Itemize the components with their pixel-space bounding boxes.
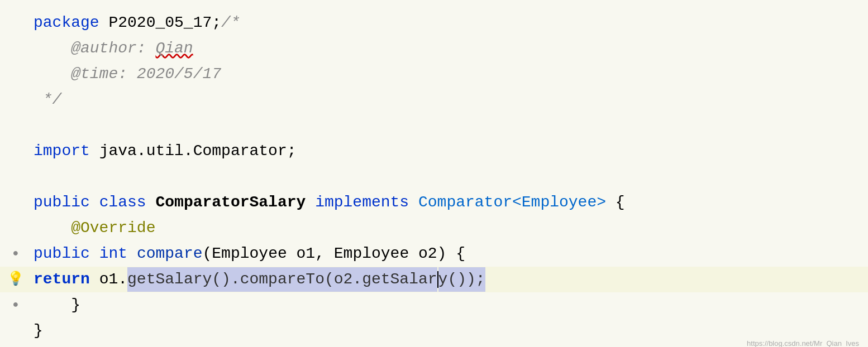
employee-type-1: Employee bbox=[212, 242, 287, 266]
code-line-13: } bbox=[0, 318, 868, 344]
comment-time: @time: 2020/5/17 bbox=[34, 62, 221, 86]
get-salary-end: y bbox=[438, 267, 448, 291]
code-line-10: ● public int compare(Employee o1, Employ… bbox=[0, 241, 868, 267]
paren-open: ( bbox=[203, 242, 212, 266]
code-editor: package P2020_05_17;/* @author: Qian @ti… bbox=[0, 0, 868, 347]
get-salary-2: getSalar bbox=[362, 267, 437, 291]
param-o2: o2) bbox=[418, 242, 446, 266]
public-keyword: public bbox=[34, 190, 90, 214]
code-line-5 bbox=[0, 113, 868, 138]
override-annotation: @Override bbox=[34, 216, 155, 240]
employee-type-2: Employee bbox=[334, 242, 409, 266]
import-path: java.util.Comparator; bbox=[99, 139, 297, 163]
call-end: ()); bbox=[447, 267, 485, 291]
import-keyword: import bbox=[34, 139, 90, 163]
public-keyword-2: public bbox=[34, 242, 90, 266]
comparator-type: Comparator<Employee> bbox=[418, 190, 606, 214]
open-brace-method: { bbox=[456, 242, 465, 266]
code-line-2: @author: Qian bbox=[0, 36, 868, 61]
class-keyword: class bbox=[99, 190, 146, 214]
param-o1: o1, bbox=[297, 242, 325, 266]
int-keyword: int bbox=[99, 242, 127, 266]
comment-end: */ bbox=[34, 88, 61, 112]
open-brace-class: { bbox=[616, 190, 625, 214]
code-line-1: package P2020_05_17;/* bbox=[0, 10, 868, 36]
code-line-7 bbox=[0, 164, 868, 190]
code-line-8: public class ComparatorSalary implements… bbox=[0, 190, 868, 215]
o1-ref: o1. bbox=[99, 267, 127, 291]
line-dot-icon-2: ● bbox=[4, 297, 27, 313]
call-chain-1: ().compareTo(o2. bbox=[212, 267, 362, 291]
code-line-9: @Override bbox=[0, 215, 868, 241]
class-name: ComparatorSalary bbox=[155, 190, 306, 214]
code-line-11: 💡 return o1.getSalary().compareTo(o2.get… bbox=[0, 267, 868, 292]
close-brace-method: } bbox=[34, 293, 80, 317]
compare-method: compare bbox=[137, 242, 203, 266]
code-line-3: @time: 2020/5/17 bbox=[0, 61, 868, 87]
package-keyword: package bbox=[34, 11, 99, 35]
return-keyword: return bbox=[34, 267, 90, 291]
get-salary-1: getSalary bbox=[127, 267, 212, 291]
line-dot-icon: ● bbox=[4, 246, 27, 262]
watermark: https://blog.csdn.net/Mr_Qian_Ives bbox=[747, 338, 859, 347]
comment-start: /* bbox=[221, 11, 240, 35]
code-line-12: ● } bbox=[0, 292, 868, 318]
comment-author: @author: Qian bbox=[34, 36, 193, 60]
code-line-4: */ bbox=[0, 87, 868, 113]
package-name: P2020_05_17; bbox=[108, 11, 221, 35]
close-brace-class: } bbox=[34, 319, 43, 343]
code-line-6: import java.util.Comparator; bbox=[0, 138, 868, 164]
bulb-icon[interactable]: 💡 bbox=[4, 269, 27, 290]
implements-keyword: implements bbox=[315, 190, 409, 214]
